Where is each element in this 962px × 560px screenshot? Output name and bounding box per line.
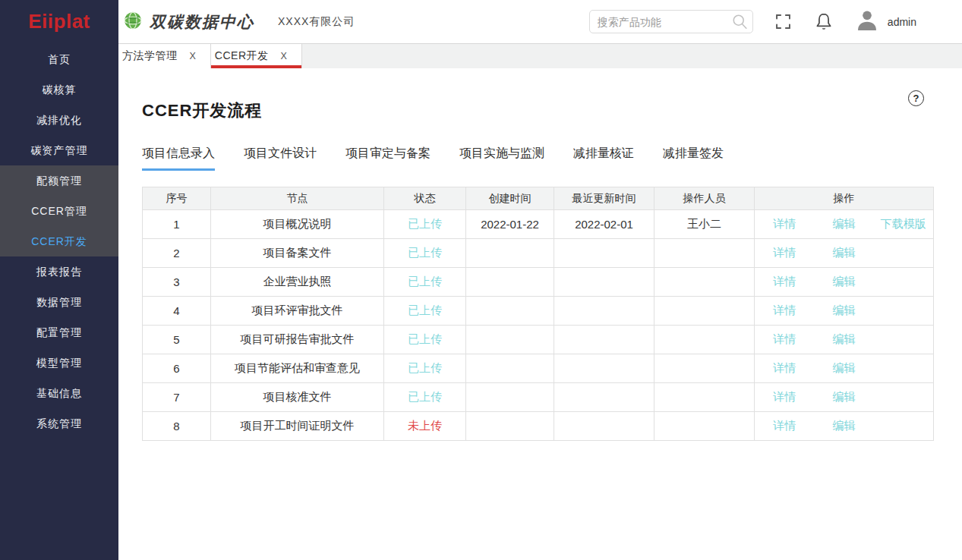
sidebar-item-system-management[interactable]: 系统管理	[0, 408, 118, 439]
company-name: XXXX有限公司	[278, 15, 355, 29]
process-tab-project-implementation-monitoring[interactable]: 项目实施与监测	[459, 146, 544, 171]
sidebar-item-emission-reduction-optimization[interactable]: 减排优化	[0, 105, 118, 135]
cell-actions: 详情编辑	[755, 326, 934, 354]
cell-node: 项目开工时间证明文件	[211, 412, 384, 441]
cell-operator	[654, 412, 755, 441]
cell-updated	[554, 297, 654, 326]
cell-seq: 1	[143, 210, 211, 239]
sidebar-item-data-management[interactable]: 数据管理	[0, 287, 118, 317]
cell-actions: 详情编辑	[755, 354, 934, 383]
status-badge: 已上传	[408, 332, 442, 345]
cell-created	[466, 297, 554, 326]
action-detail[interactable]: 详情	[773, 275, 796, 288]
cell-actions: 详情编辑	[755, 383, 934, 412]
action-slot: 编辑	[814, 332, 873, 347]
page-title: CCER开发流程	[142, 101, 262, 120]
action-slot: 下载模版	[874, 217, 933, 231]
cell-seq: 6	[143, 354, 211, 383]
process-tab-project-info-entry[interactable]: 项目信息录入	[142, 146, 215, 171]
action-edit[interactable]: 编辑	[832, 419, 855, 432]
cell-status: 已上传	[384, 354, 466, 383]
page-content: CCER开发流程 ? 项目信息录入项目文件设计项目审定与备案项目实施与监测减排量…	[118, 99, 962, 441]
cell-seq: 4	[143, 297, 211, 326]
action-edit[interactable]: 编辑	[832, 217, 855, 230]
table-row: 3企业营业执照已上传详情编辑	[143, 268, 934, 297]
app-window: Eiiplat 首页碳核算减排优化碳资产管理配额管理CCER管理CCER开发报表…	[0, 0, 962, 560]
action-slot: 编辑	[814, 390, 873, 404]
table-body: 1项目概况说明已上传2022-01-222022-02-01王小二详情编辑下载模…	[143, 210, 934, 441]
cell-status: 已上传	[384, 268, 466, 297]
action-detail[interactable]: 详情	[773, 390, 796, 403]
sidebar-item-home[interactable]: 首页	[0, 44, 118, 74]
close-icon[interactable]: X	[281, 51, 287, 61]
action-slot: 详情	[755, 419, 814, 433]
action-detail[interactable]: 详情	[773, 217, 796, 230]
column-header: 状态	[384, 187, 466, 210]
action-edit[interactable]: 编辑	[832, 275, 855, 288]
action-slot: 详情	[755, 275, 814, 289]
window-tab-methodology-management[interactable]: 方法学管理X	[118, 44, 211, 68]
table-row: 5项目可研报告审批文件已上传详情编辑	[143, 326, 934, 354]
sidebar-item-carbon-asset-management[interactable]: 碳资产管理	[0, 135, 118, 165]
table-row: 2项目备案文件已上传详情编辑	[143, 239, 934, 268]
fullscreen-icon[interactable]	[773, 11, 793, 32]
help-icon[interactable]: ?	[908, 90, 924, 106]
action-edit[interactable]: 编辑	[832, 304, 855, 316]
table-row: 1项目概况说明已上传2022-01-222022-02-01王小二详情编辑下载模…	[143, 210, 934, 239]
process-tab-project-review-filing[interactable]: 项目审定与备案	[345, 146, 431, 171]
sidebar-item-config-management[interactable]: 配置管理	[0, 317, 118, 348]
cell-node: 项目概况说明	[211, 210, 384, 239]
cell-updated: 2022-02-01	[554, 210, 654, 239]
cell-created	[466, 383, 554, 412]
action-download-template[interactable]: 下载模版	[881, 217, 926, 230]
actions-grid: 详情编辑	[755, 304, 933, 318]
process-table: 序号节点状态创建时间最近更新时间操作人员操作 1项目概况说明已上传2022-01…	[142, 187, 934, 441]
close-icon[interactable]: X	[190, 51, 196, 61]
globe-icon	[123, 11, 143, 33]
action-detail[interactable]: 详情	[773, 246, 796, 259]
column-header: 操作	[755, 187, 934, 210]
window-tab-label: CCER开发	[215, 49, 269, 63]
main-area: 双碳数据中心 XXXX有限公司	[118, 0, 962, 560]
cell-created	[466, 354, 554, 383]
process-tab-emission-reduction-verification[interactable]: 减排量核证	[573, 146, 634, 171]
process-tab-emission-reduction-issuance[interactable]: 减排量签发	[663, 146, 724, 171]
action-edit[interactable]: 编辑	[832, 332, 855, 345]
sidebar-item-ccer-development[interactable]: CCER开发	[0, 226, 118, 256]
sidebar-item-quota-management[interactable]: 配额管理	[0, 165, 118, 196]
cell-node: 项目核准文件	[211, 383, 384, 412]
avatar-icon	[854, 8, 880, 36]
action-detail[interactable]: 详情	[773, 361, 796, 374]
action-detail[interactable]: 详情	[773, 419, 796, 432]
user-menu[interactable]: admin	[854, 8, 916, 36]
status-badge: 已上传	[408, 390, 442, 403]
search-icon	[730, 12, 749, 34]
cell-created: 2022-01-22	[466, 210, 554, 239]
action-detail[interactable]: 详情	[773, 332, 796, 345]
bell-icon[interactable]	[813, 11, 834, 33]
search-input[interactable]	[589, 10, 753, 33]
cell-actions: 详情编辑	[755, 268, 934, 297]
cell-created	[466, 412, 554, 441]
sidebar-item-model-management[interactable]: 模型管理	[0, 348, 118, 378]
sidebar-submenu: 配额管理CCER管理CCER开发	[0, 165, 118, 256]
action-slot: 详情	[755, 246, 814, 260]
sidebar-nav: 首页碳核算减排优化碳资产管理配额管理CCER管理CCER开发报表报告数据管理配置…	[0, 44, 118, 439]
process-tab-project-document-design[interactable]: 项目文件设计	[244, 146, 317, 171]
cell-node: 项目环评审批文件	[211, 297, 384, 326]
cell-node: 企业营业执照	[211, 268, 384, 297]
window-tab-ccer-development[interactable]: CCER开发X	[211, 44, 302, 68]
cell-status: 已上传	[384, 297, 466, 326]
action-edit[interactable]: 编辑	[832, 390, 855, 403]
actions-grid: 详情编辑	[755, 332, 933, 347]
sidebar-item-reports[interactable]: 报表报告	[0, 256, 118, 287]
status-badge: 已上传	[408, 246, 442, 259]
sidebar-item-carbon-accounting[interactable]: 碳核算	[0, 74, 118, 105]
topbar: 双碳数据中心 XXXX有限公司	[118, 0, 962, 43]
action-detail[interactable]: 详情	[773, 304, 796, 316]
action-edit[interactable]: 编辑	[832, 361, 855, 374]
sidebar-item-basic-info[interactable]: 基础信息	[0, 378, 118, 408]
topbar-right: admin	[589, 8, 962, 36]
sidebar-item-ccer-management[interactable]: CCER管理	[0, 196, 118, 226]
action-edit[interactable]: 编辑	[832, 246, 855, 259]
